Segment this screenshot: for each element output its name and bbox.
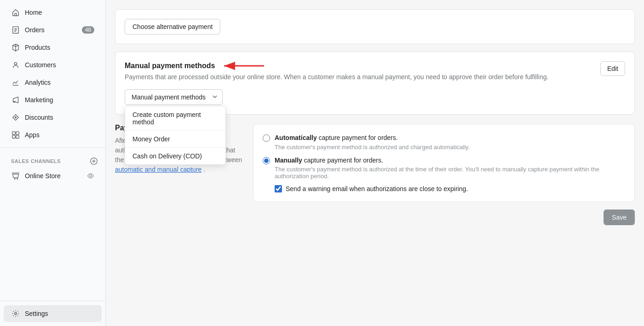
sidebar-item-home[interactable]: Home (4, 4, 102, 21)
products-icon (11, 43, 20, 52)
auto-capture-radio[interactable] (263, 134, 270, 142)
warning-email-checkbox[interactable] (275, 185, 282, 192)
svg-rect-6 (16, 135, 19, 138)
manual-capture-sub: The customer's payment method is authori… (275, 166, 625, 180)
manual-capture-label: Manually capture payment for orders. The… (275, 156, 625, 180)
apps-icon (11, 130, 20, 140)
svg-rect-3 (12, 132, 15, 134)
svg-point-9 (17, 178, 18, 179)
sidebar-item-online-store-label: Online Store (25, 172, 82, 180)
svg-point-1 (14, 63, 17, 65)
auto-capture-sub: The customer's payment method is authori… (275, 144, 470, 151)
add-sales-channel-icon[interactable] (90, 157, 98, 165)
manual-payment-dropdown-menu: Create custom payment method Money Order… (125, 106, 226, 165)
manual-payment-title: Manual payment methods (125, 61, 625, 70)
sidebar-item-analytics[interactable]: Analytics (4, 74, 102, 91)
eye-icon (87, 172, 94, 180)
discounts-icon (11, 113, 20, 122)
sidebar-item-marketing-label: Marketing (25, 96, 94, 104)
warning-email-label: Send a warning email when authorizations… (286, 185, 468, 192)
sidebar-item-online-store[interactable]: Online Store (4, 168, 102, 184)
save-button[interactable]: Save (604, 210, 635, 225)
footer-actions: Save (115, 202, 635, 233)
svg-rect-4 (16, 132, 19, 134)
sidebar-item-customers-label: Customers (25, 61, 94, 69)
manual-capture-link[interactable]: automatic and manual capture (115, 166, 201, 173)
auto-capture-option: Automatically capture payment for orders… (263, 134, 625, 151)
choose-alternative-payment-button[interactable]: Choose alternative payment (125, 19, 220, 35)
sidebar-item-customers[interactable]: Customers (4, 57, 102, 73)
edit-button[interactable]: Edit (600, 61, 625, 76)
warning-email-row: Send a warning email when authorizations… (275, 185, 625, 192)
svg-point-10 (90, 175, 92, 177)
dropdown-item-money-order[interactable]: Money Order (125, 131, 225, 148)
sidebar-item-settings-label: Settings (25, 310, 94, 317)
svg-rect-5 (12, 135, 15, 138)
home-icon (11, 8, 20, 17)
sidebar-item-discounts[interactable]: Discounts (4, 109, 102, 126)
sidebar-item-products-label: Products (25, 44, 94, 51)
sales-channels-header: SALES CHANNELS (0, 151, 105, 167)
marketing-icon (11, 95, 20, 105)
sidebar: Home Orders 48 Products Customers (0, 0, 106, 326)
auto-capture-label: Automatically capture payment for orders… (275, 134, 470, 151)
manual-payment-card: Manual payment methods Payments that are… (115, 52, 635, 115)
sidebar-divider (0, 147, 105, 148)
svg-point-8 (14, 178, 15, 179)
main-content: Choose alternative payment Manual paymen… (106, 0, 644, 326)
sidebar-item-home-label: Home (25, 9, 94, 16)
capture-options-card: Automatically capture payment for orders… (253, 124, 635, 202)
manual-payment-dropdown[interactable]: Manual payment methods (125, 89, 223, 105)
sidebar-item-orders-label: Orders (25, 26, 77, 34)
red-arrow (220, 61, 266, 70)
sidebar-item-apps-label: Apps (25, 131, 94, 139)
online-store-icon (11, 171, 20, 180)
settings-icon (11, 309, 20, 318)
manual-payment-description: Payments that are processed outside your… (125, 72, 625, 82)
svg-point-2 (15, 117, 17, 118)
orders-icon (11, 25, 20, 35)
svg-point-11 (15, 313, 17, 315)
orders-badge: 48 (82, 26, 94, 34)
dropdown-item-cod[interactable]: Cash on Delivery (COD) (125, 148, 225, 164)
customers-icon (11, 60, 20, 70)
alternative-payment-card: Choose alternative payment (115, 9, 635, 44)
dropdown-item-create-custom[interactable]: Create custom payment method (125, 106, 225, 131)
sidebar-item-orders[interactable]: Orders 48 (4, 22, 102, 38)
dropdown-chevron-icon (212, 93, 218, 101)
sidebar-item-settings[interactable]: Settings (4, 305, 102, 322)
manual-capture-option: Manually capture payment for orders. The… (263, 156, 625, 180)
sidebar-bottom: Settings (0, 301, 105, 322)
analytics-icon (11, 78, 20, 87)
sidebar-item-products[interactable]: Products (4, 39, 102, 56)
manual-capture-radio[interactable] (263, 157, 270, 164)
sidebar-item-discounts-label: Discounts (25, 114, 94, 121)
sidebar-item-marketing[interactable]: Marketing (4, 92, 102, 108)
sidebar-item-apps[interactable]: Apps (4, 127, 102, 143)
sidebar-item-analytics-label: Analytics (25, 79, 94, 86)
payment-capture-right: Automatically capture payment for orders… (253, 124, 635, 202)
manual-payment-dropdown-wrapper: Manual payment methods Create custom pay… (125, 89, 223, 105)
